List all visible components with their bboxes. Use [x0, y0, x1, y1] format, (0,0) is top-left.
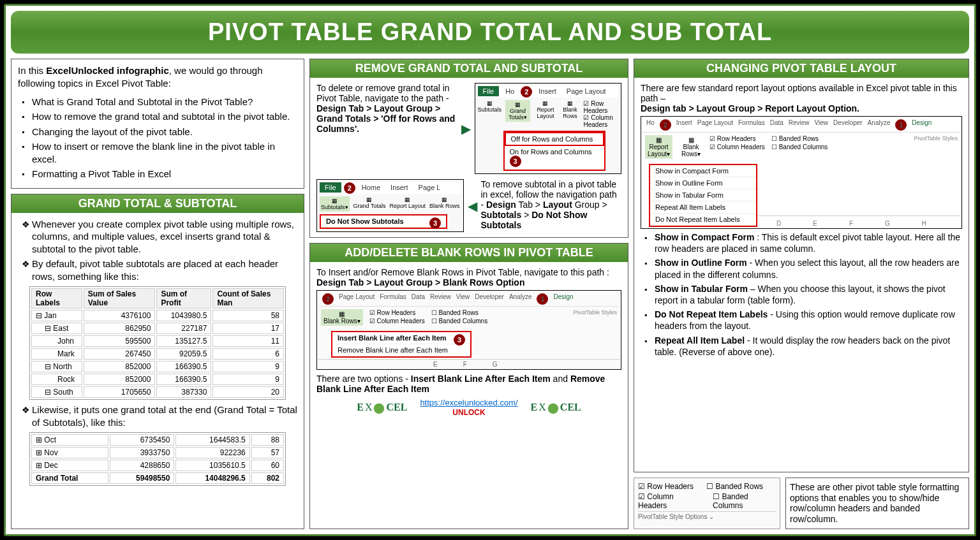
off-rows-cols-option[interactable]: Off for Rows and Columns — [505, 132, 604, 146]
col-headers-check[interactable]: ☑ Column Headers — [638, 492, 700, 510]
do-not-show-subtotals-option[interactable]: Do Not Show Subtotals 3 — [321, 215, 446, 228]
col-letter: G — [885, 220, 890, 227]
col-letter: D — [776, 220, 781, 227]
pivot-example-2: ⊞ Oct67354501644583.588 ⊞ Nov39337509222… — [29, 432, 286, 486]
style-options-box: ☑ Row Headers ☐ Banded Rows ☑ Column Hea… — [634, 478, 780, 529]
layout-intro: There are few standard report layout opt… — [641, 83, 962, 103]
tab[interactable]: Developer — [475, 293, 504, 305]
main-title-bar: PIVOT TABLE GRAND TOTAL AND SUB TOTAL — [11, 11, 969, 54]
page-tab[interactable]: Page L — [415, 182, 445, 193]
tab[interactable]: Data — [770, 119, 783, 131]
insert-blank-line-option[interactable]: Insert Blank Line after Each Item 3 — [332, 332, 470, 344]
report-layout-button[interactable]: ▦ReportLayout▾ — [645, 135, 672, 159]
tab[interactable]: Formulas — [380, 293, 406, 305]
layout-opt[interactable]: Do Not Repeat Item Labels — [650, 214, 756, 226]
blank-rows-button[interactable]: ▦Blank Rows — [429, 196, 460, 212]
tab[interactable]: Data — [412, 293, 425, 305]
pivot-header: Sum of Profit — [156, 288, 211, 309]
remove-text-1: To delete or remove grand total in Pivot… — [316, 83, 457, 174]
report-layout-button[interactable]: ▦Report Layout — [389, 196, 426, 212]
insert-tab[interactable]: Insert — [387, 182, 412, 193]
tab[interactable]: Page Layout — [697, 119, 733, 131]
pivot-row: Mark26745092059.56 — [31, 348, 284, 360]
layout-opt[interactable]: Repeat All Item Labels — [650, 201, 756, 214]
on-rows-cols-option[interactable]: On for Rows and Columns 3 — [505, 146, 604, 170]
tab[interactable]: Review — [789, 119, 810, 131]
tab[interactable]: View — [456, 293, 470, 305]
row-headers-check[interactable]: ☑ Row Headers — [369, 309, 425, 316]
layout-opt[interactable]: Show in Outline Form — [650, 177, 756, 189]
step-2-badge: 2 — [660, 119, 671, 131]
tab[interactable]: Developer — [833, 119, 863, 131]
file-tab[interactable]: File — [478, 86, 500, 96]
row-headers-check[interactable]: ☑ Row Headers — [583, 100, 618, 114]
intro-topic: Changing the layout of the pivot table. — [20, 126, 297, 138]
tab[interactable]: Analyze — [509, 293, 532, 305]
pivot-row: ⊞ Dec42886501035610.560 — [31, 460, 284, 471]
banded-rows-check[interactable]: ☐ Banded Rows — [431, 309, 488, 316]
banded-cols-check[interactable]: ☐ Banded Columns — [431, 317, 488, 325]
remove-blank-line-option[interactable]: Remove Blank Line after Each Item — [332, 344, 470, 356]
pivot-example-1: Row Labels Sum of Sales Value Sum of Pro… — [29, 286, 286, 400]
step-2-badge: 2 — [344, 182, 355, 194]
tab[interactable]: Formulas — [738, 119, 765, 131]
home-tab[interactable]: Ho — [501, 86, 518, 96]
pagelayout-tab[interactable]: Page Layout — [563, 86, 610, 96]
intro-topic: How to insert or remove the blank line i… — [20, 140, 297, 165]
subtotals-button[interactable]: ▦Subtotals▾ — [320, 196, 350, 212]
layout-panel: CHANGING PIVOT TABLE LAYOUT There are fe… — [634, 59, 969, 472]
link-row: EX⬤CEL https://excelunlocked.com/ UNLOCK… — [316, 398, 621, 417]
col-headers-check[interactable]: ☑ Column Headers — [709, 143, 765, 150]
banded-cols-check[interactable]: ☐ Banded Columns — [771, 143, 828, 150]
arrow-right-icon: ▶ — [461, 121, 471, 136]
blank-rows-button[interactable]: ▦Blank Rows — [561, 100, 580, 119]
tab[interactable]: Insert — [676, 119, 692, 131]
arrow-left-icon: ◀ — [468, 198, 477, 214]
grand-totals-button[interactable]: ▦Grand Totals▾ — [505, 100, 530, 122]
step-2-badge: 2 — [322, 293, 334, 305]
layout-header: CHANGING PIVOT TABLE LAYOUT — [634, 59, 969, 78]
home-tab[interactable]: Home — [358, 182, 384, 193]
subtotals-button[interactable]: ▦Subtotals — [478, 100, 502, 113]
blank-rows-button[interactable]: ▦BlankRows▾ — [679, 135, 703, 159]
banded-rows-check[interactable]: ☐ Banded Rows — [706, 482, 763, 491]
step-2-badge: 2 — [521, 86, 532, 98]
design-tab[interactable]: Design — [912, 119, 932, 131]
intro-topic: What is Grand Total and Subtotal in the … — [20, 96, 297, 108]
tab[interactable]: View — [815, 119, 829, 131]
style-options-footer[interactable]: PivotTable Style Options ⌄ — [638, 511, 776, 520]
ribbon-grand-totals-mockup: File Ho 2 Insert Page Layout ▦Subtotals … — [475, 83, 622, 174]
columns-wrapper: In this ExcelUnlocked infographic, we wo… — [6, 59, 974, 534]
banded-rows-check[interactable]: ☐ Banded Rows — [771, 135, 828, 142]
intro-topic: Formatting a Pivot Table in Excel — [20, 168, 297, 180]
file-tab[interactable]: File — [320, 182, 341, 193]
tab[interactable]: Analyze — [868, 119, 891, 131]
layout-desc: Repeat All Item Label - It would display… — [643, 335, 962, 358]
step-1-badge: 1 — [537, 293, 548, 305]
insert-tab[interactable]: Insert — [535, 86, 560, 96]
tab[interactable]: Page Layout — [339, 293, 375, 305]
remove-text-2: To remove subtotal in a pivot table in e… — [481, 179, 622, 232]
excel-unlocked-link[interactable]: https://excelunlocked.com/ — [420, 398, 517, 407]
middle-column: REMOVE GRAND TOTAL AND SUBTOTAL To delet… — [309, 59, 628, 529]
layout-opt[interactable]: Show in Tabular Form — [650, 189, 756, 201]
blank-rows-panel: ADD/DELETE BLANK ROWS IN PIVOT TABLE To … — [309, 243, 628, 529]
logo-left: EX⬤CEL — [357, 402, 407, 414]
report-layout-button[interactable]: ▦Report Layout — [534, 100, 557, 119]
row-headers-check[interactable]: ☑ Row Headers — [709, 135, 765, 142]
banded-cols-check[interactable]: ☐ Banded Columns — [713, 492, 776, 510]
row-headers-check[interactable]: ☑ Row Headers — [638, 482, 694, 491]
col-headers-check[interactable]: ☑ Column Headers — [583, 114, 618, 128]
pivot-row: ⊟ East86295022718717 — [31, 323, 284, 334]
tab[interactable]: Review — [430, 293, 451, 305]
remove-panel: REMOVE GRAND TOTAL AND SUBTOTAL To delet… — [309, 59, 628, 238]
layout-desc: Do Not Repeat Item Labels - Using this o… — [643, 309, 962, 332]
blank-rows-button[interactable]: ▦Blank Rows▾ — [321, 309, 363, 326]
tab[interactable]: Ho — [646, 119, 655, 131]
grand-total-subtotal-panel: GRAND TOTAL & SUBTOTAL Whenever you crea… — [11, 194, 304, 530]
grand-totals-button[interactable]: ▦Grand Totals — [353, 196, 386, 212]
layout-opt[interactable]: Show in Compact Form — [650, 165, 756, 177]
layout-desc: Show in Outline Form - When you select t… — [643, 257, 962, 280]
design-tab[interactable]: Design — [553, 293, 573, 305]
col-headers-check[interactable]: ☑ Column Headers — [369, 317, 425, 325]
